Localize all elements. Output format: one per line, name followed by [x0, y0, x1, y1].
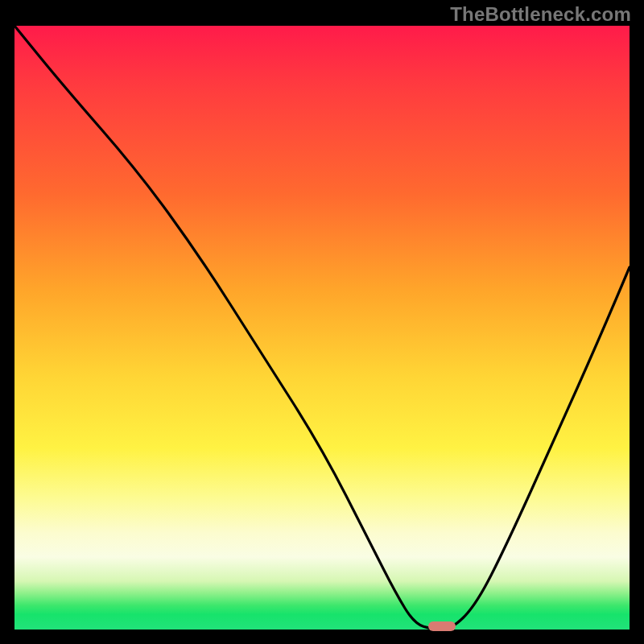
optimal-marker [428, 621, 456, 631]
watermark-text: TheBottleneck.com [450, 3, 631, 26]
bottleneck-curve [14, 26, 630, 630]
chart-frame: TheBottleneck.com [0, 0, 644, 644]
curve-svg [14, 26, 630, 630]
plot-area [14, 26, 630, 630]
